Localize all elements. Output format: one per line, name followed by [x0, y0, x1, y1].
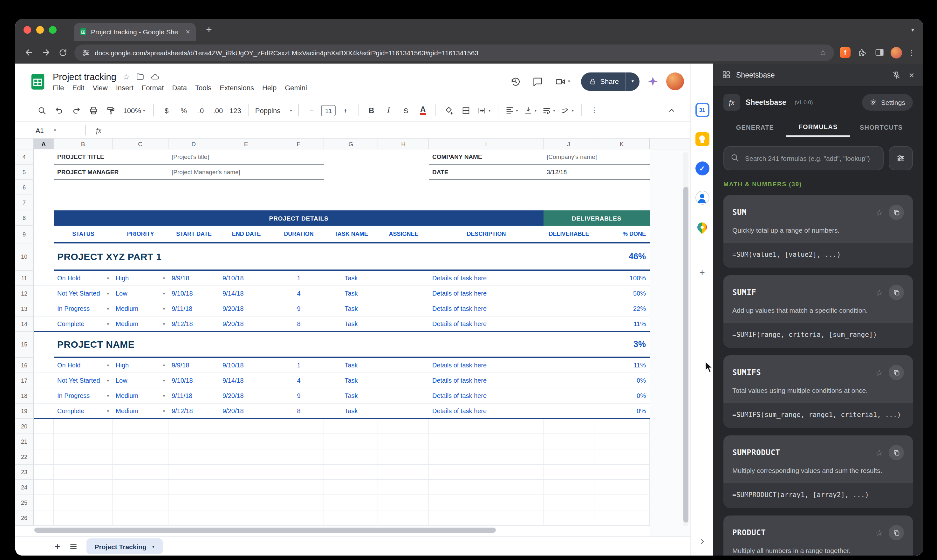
- dropdown-caret-icon[interactable]: ▼: [162, 363, 166, 367]
- dropdown-caret-icon[interactable]: ▼: [162, 394, 166, 398]
- cell[interactable]: [429, 480, 543, 495]
- menu-data[interactable]: Data: [172, 84, 187, 91]
- decrease-decimals-button[interactable]: .0: [193, 102, 209, 118]
- cell[interactable]: [34, 165, 54, 180]
- end-date-cell[interactable]: 9/10/18: [219, 271, 273, 286]
- cell[interactable]: [54, 434, 112, 449]
- company-value-cell[interactable]: [Company's name]: [543, 149, 650, 165]
- deliverable-cell[interactable]: [543, 271, 594, 286]
- menu-tools[interactable]: Tools: [195, 84, 211, 91]
- cell[interactable]: [378, 449, 429, 465]
- toolbar-search-button[interactable]: [34, 102, 49, 118]
- cell[interactable]: [273, 434, 324, 449]
- undo-button[interactable]: [51, 102, 67, 118]
- column-header-E[interactable]: E: [219, 138, 273, 149]
- dropdown-caret-icon[interactable]: ▼: [162, 291, 166, 295]
- task-cell[interactable]: Task: [324, 286, 378, 301]
- cell[interactable]: [378, 495, 429, 511]
- menu-view[interactable]: View: [92, 84, 108, 91]
- cell[interactable]: [324, 434, 378, 449]
- column-header-B[interactable]: B: [54, 138, 112, 149]
- browser-menu-icon[interactable]: ⋮: [908, 48, 915, 57]
- assignee-cell[interactable]: [378, 388, 429, 404]
- section-title-cell[interactable]: PROJECT NAME: [54, 332, 543, 358]
- cell[interactable]: [34, 180, 690, 195]
- cell[interactable]: [219, 495, 273, 511]
- project-title-label-cell[interactable]: PROJECT TITLE: [54, 149, 168, 165]
- cell[interactable]: [34, 388, 54, 404]
- cell[interactable]: [34, 226, 54, 243]
- dropdown-caret-icon[interactable]: ▼: [106, 409, 110, 413]
- row-header[interactable]: 4: [15, 149, 34, 165]
- done-cell[interactable]: 0%: [594, 404, 650, 419]
- maps-icon[interactable]: [695, 220, 709, 234]
- cell[interactable]: [324, 419, 378, 434]
- cell[interactable]: [273, 419, 324, 434]
- section-title-cell[interactable]: PROJECT XYZ PART 1: [54, 243, 543, 271]
- done-cell[interactable]: 50%: [594, 286, 650, 301]
- cell[interactable]: [543, 419, 594, 434]
- formula-card-sum[interactable]: SUM ☆ Quickly total up a range of number…: [723, 195, 913, 268]
- favorite-star-icon[interactable]: ☆: [875, 528, 883, 537]
- row-header[interactable]: 13: [15, 301, 34, 317]
- dropdown-caret-icon[interactable]: ▼: [106, 276, 110, 280]
- filter-button[interactable]: [889, 146, 913, 170]
- start-date-cell[interactable]: 9/9/18: [168, 358, 219, 373]
- cell[interactable]: [34, 449, 54, 465]
- all-sheets-button[interactable]: [69, 542, 78, 551]
- version-history-button[interactable]: [508, 74, 522, 88]
- vertical-scrollbar-thumb[interactable]: [683, 187, 688, 523]
- done-header-cell[interactable]: % DONE: [594, 226, 650, 243]
- cell[interactable]: [378, 165, 429, 180]
- row-header[interactable]: 5: [15, 165, 34, 180]
- cell[interactable]: [34, 480, 54, 495]
- cell[interactable]: [594, 434, 650, 449]
- row-header[interactable]: 20: [15, 419, 34, 434]
- deliverable-cell[interactable]: [543, 301, 594, 317]
- cell[interactable]: [112, 495, 168, 511]
- share-button[interactable]: Share ▾: [581, 72, 640, 91]
- cloud-status-icon[interactable]: [150, 72, 159, 81]
- cell[interactable]: [219, 419, 273, 434]
- cell[interactable]: [34, 301, 54, 317]
- row-header[interactable]: 19: [15, 404, 34, 419]
- bookmark-star-icon[interactable]: ☆: [819, 48, 826, 57]
- add-sheet-button[interactable]: +: [55, 541, 60, 552]
- column-header-K[interactable]: K: [594, 138, 650, 149]
- decrease-font-size-button[interactable]: −: [304, 102, 319, 118]
- row-header[interactable]: 15: [15, 332, 34, 358]
- cell[interactable]: [543, 449, 594, 465]
- cell[interactable]: [112, 449, 168, 465]
- formula-card-sumproduct[interactable]: SUMPRODUCT ☆ Multiply corresponding valu…: [723, 435, 913, 508]
- row-header[interactable]: 24: [15, 480, 34, 495]
- dropdown-caret-icon[interactable]: ▼: [106, 378, 110, 382]
- description-cell[interactable]: Details of task here: [429, 286, 543, 301]
- cell[interactable]: [54, 419, 112, 434]
- start-date-cell[interactable]: 9/11/18: [168, 388, 219, 404]
- row-header[interactable]: 22: [15, 449, 34, 465]
- text-color-button[interactable]: A: [415, 102, 431, 118]
- name-box[interactable]: A1 ▾: [15, 126, 85, 134]
- row-header[interactable]: 25: [15, 495, 34, 511]
- menu-insert[interactable]: Insert: [116, 84, 134, 91]
- account-avatar[interactable]: [666, 72, 684, 90]
- description-cell[interactable]: Details of task here: [429, 373, 543, 388]
- row-header[interactable]: 17: [15, 373, 34, 388]
- cell[interactable]: [219, 449, 273, 465]
- favorite-star-icon[interactable]: ☆: [875, 288, 883, 297]
- extension-icon[interactable]: f: [840, 47, 851, 58]
- cell[interactable]: [34, 195, 690, 211]
- dropdown-caret-icon[interactable]: ▼: [162, 409, 166, 413]
- end-date-cell[interactable]: 9/14/18: [219, 286, 273, 301]
- cell[interactable]: [429, 449, 543, 465]
- task-cell[interactable]: Task: [324, 388, 378, 404]
- duration-cell[interactable]: 4: [273, 286, 324, 301]
- company-label-cell[interactable]: COMPANY NAME: [429, 149, 543, 165]
- copy-button[interactable]: [889, 285, 904, 300]
- column-header-G[interactable]: G: [324, 138, 378, 149]
- zoom-select[interactable]: 100%▾: [120, 102, 148, 118]
- status-cell[interactable]: Not Yet Started▼: [54, 286, 112, 301]
- duration-header-cell[interactable]: DURATION: [273, 226, 324, 243]
- cell[interactable]: [429, 434, 543, 449]
- vertical-scrollbar[interactable]: [683, 152, 688, 526]
